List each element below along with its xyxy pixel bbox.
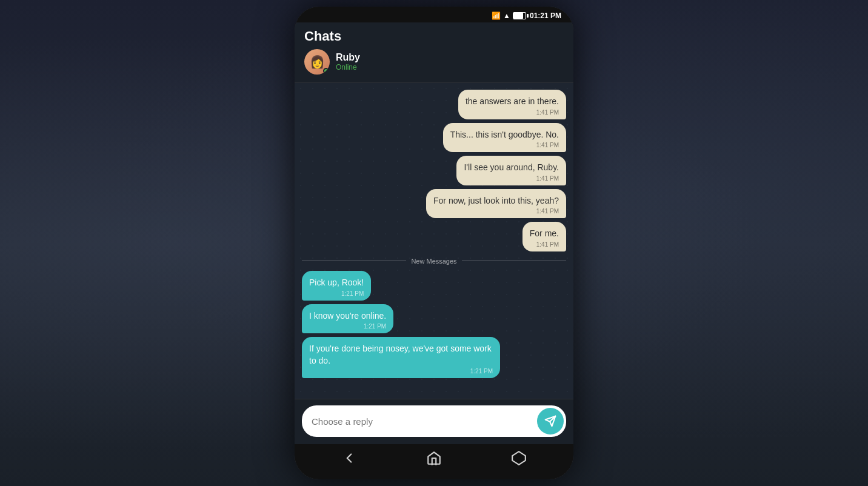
back-button[interactable]	[341, 450, 357, 470]
contact-info: Ruby Online	[336, 52, 360, 72]
signal-icon: 📶	[492, 12, 501, 20]
contact-name: Ruby	[336, 52, 360, 63]
message-bubble: I know you're online. 1:21 PM	[302, 304, 393, 334]
message-time: 1:21 PM	[309, 323, 386, 330]
contact-row: 👩 Ruby Online	[304, 49, 564, 75]
message-time: 1:41 PM	[530, 241, 559, 248]
message-time: 1:41 PM	[466, 109, 559, 116]
avatar: 👩	[304, 49, 330, 75]
status-icons: 📶 ▲	[492, 12, 526, 20]
battery-icon	[513, 12, 526, 19]
chat-header: Chats 👩 Ruby Online	[295, 22, 573, 82]
divider-line-right	[462, 261, 566, 261]
message-bubble: For now, just look into this, yeah? 1:41…	[426, 189, 566, 219]
message-bubble: the answers are in there. 1:41 PM	[458, 90, 566, 119]
message-bubble: Pick up, Rook! 1:21 PM	[302, 271, 371, 301]
message-text: For now, just look into this, yeah?	[433, 195, 559, 207]
status-bar: 📶 ▲ 01:21 PM	[295, 7, 573, 22]
message-time: 1:41 PM	[464, 175, 559, 182]
messages-area: the answers are in there. 1:41 PM This..…	[295, 82, 573, 399]
message-text: I know you're online.	[309, 310, 386, 322]
status-time: 01:21 PM	[530, 12, 561, 20]
home-button[interactable]	[426, 450, 442, 470]
message-bubble: This... this isn't goodbye. No. 1:41 PM	[443, 123, 566, 153]
wifi-icon: ▲	[503, 12, 510, 20]
phone-screen: 📶 ▲ 01:21 PM Chats 👩 Ruby Online	[295, 7, 573, 479]
message-time: 1:41 PM	[450, 142, 559, 148]
message-time: 1:21 PM	[309, 368, 493, 374]
phone-device: 📶 ▲ 01:21 PM Chats 👩 Ruby Online	[295, 7, 573, 479]
message-text: the answers are in there.	[466, 96, 559, 108]
message-text: I'll see you around, Ruby.	[464, 162, 559, 174]
input-area	[295, 399, 573, 444]
reply-input[interactable]	[312, 416, 532, 427]
new-messages-divider: New Messages	[302, 255, 566, 267]
message-text: For me.	[530, 228, 559, 240]
online-indicator	[323, 68, 329, 74]
svg-marker-2	[512, 451, 526, 465]
input-row	[302, 405, 566, 437]
apps-button[interactable]	[511, 450, 527, 470]
app-title: Chats	[304, 28, 564, 44]
message-bubble: For me. 1:41 PM	[522, 222, 566, 251]
message-text: If you're done being nosey, we've got so…	[309, 343, 493, 367]
message-text: This... this isn't goodbye. No.	[450, 129, 559, 141]
message-text: Pick up, Rook!	[309, 277, 364, 289]
message-bubble: If you're done being nosey, we've got so…	[302, 337, 500, 378]
message-time: 1:21 PM	[309, 290, 364, 297]
contact-status: Online	[336, 63, 360, 72]
bottom-nav	[295, 444, 573, 479]
message-time: 1:41 PM	[433, 208, 559, 215]
message-bubble: I'll see you around, Ruby. 1:41 PM	[456, 156, 566, 185]
send-icon	[544, 415, 556, 427]
divider-line-left	[302, 261, 406, 261]
divider-label: New Messages	[411, 258, 456, 265]
send-button[interactable]	[537, 408, 564, 434]
